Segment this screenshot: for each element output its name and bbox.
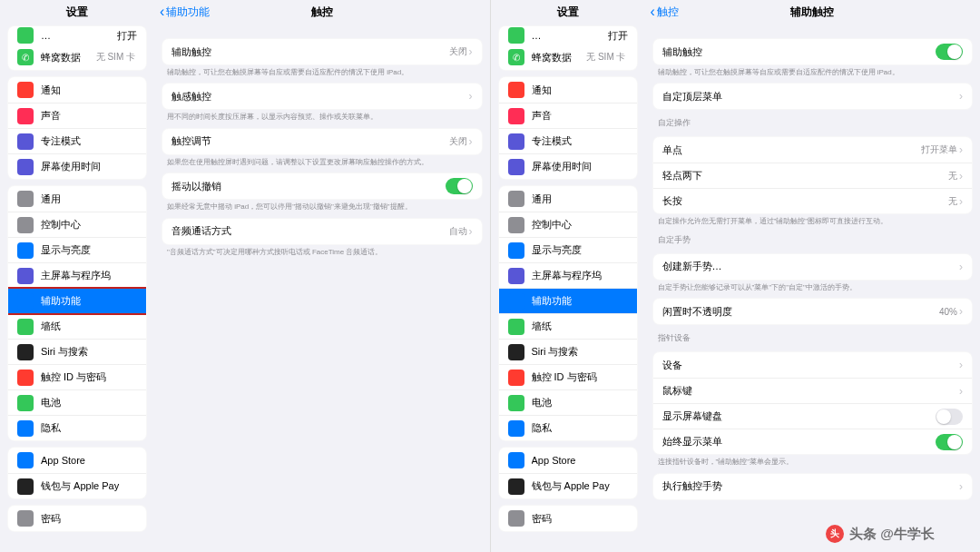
app-icon: [508, 420, 524, 437]
assistive-touch-toggle-row[interactable]: 辅助触控: [653, 39, 973, 64]
long-press-row[interactable]: 长按无›: [653, 188, 973, 213]
mouse-keys-row[interactable]: 鼠标键›: [653, 378, 973, 403]
back-button[interactable]: 触控: [651, 5, 679, 20]
watermark: 头 头条 @牛学长: [826, 525, 935, 543]
call-audio-row[interactable]: 音频通话方式 自动 ›: [162, 219, 482, 244]
sidebar-item-label: 辅助功能: [532, 294, 628, 308]
sidebar-item-隐私[interactable]: 隐私: [8, 415, 146, 440]
sidebar-item-控制中心[interactable]: 控制中心: [499, 212, 637, 237]
right-screenshot: 设置 … 打开 ✆ 蜂窝数据 无 SIM 卡 通知声音专注模式屏幕使用时间 通用…: [491, 0, 981, 552]
app-icon: [508, 82, 524, 98]
app-icon: [17, 344, 34, 360]
section-custom-gesture: 自定手势: [645, 227, 981, 248]
sidebar-item-App Store[interactable]: App Store: [8, 448, 146, 473]
double-tap-row[interactable]: 轻点两下无›: [653, 163, 973, 188]
sidebar-item-电池[interactable]: 电池: [499, 389, 637, 415]
cellular-icon: ✆: [508, 49, 524, 65]
row-partial-top: … 打开: [499, 26, 637, 44]
sidebar-item-label: 触控 ID 与密码: [41, 370, 137, 384]
sidebar-item-显示与亮度[interactable]: 显示与亮度: [8, 237, 146, 262]
sidebar-item-控制中心[interactable]: 控制中心: [8, 212, 146, 237]
sidebar-item-label: 显示与亮度: [532, 243, 628, 257]
device-row[interactable]: 设备›: [653, 352, 973, 378]
haptic-touch-row[interactable]: 触感触控 ›: [162, 84, 482, 109]
sidebar-item-通用[interactable]: 通用: [499, 186, 637, 212]
app-icon: [17, 191, 34, 207]
settings-sidebar-left: 设置 … 打开 ✆ 蜂窝数据 无 SIM 卡 通知声音专注模式屏幕使用时间 通用…: [0, 0, 154, 552]
sidebar-item-密码[interactable]: 密码: [8, 506, 146, 531]
sidebar-item-钱包与 Apple Pay[interactable]: 钱包与 Apple Pay: [499, 473, 637, 498]
new-gesture-row[interactable]: 创建新手势…›: [653, 254, 973, 280]
sidebar-item-隐私[interactable]: 隐私: [499, 415, 637, 440]
sidebar-item-墙纸[interactable]: 墙纸: [499, 313, 637, 339]
sidebar-item-显示与亮度[interactable]: 显示与亮度: [499, 237, 637, 262]
sidebar-item-屏幕使用时间[interactable]: 屏幕使用时间: [8, 153, 146, 179]
app-icon: [508, 478, 524, 495]
sidebar-item-Siri 与搜索[interactable]: Siri 与搜索: [499, 339, 637, 364]
sidebar-item-辅助功能[interactable]: 辅助功能: [8, 288, 146, 313]
always-show-menu-toggle[interactable]: [936, 434, 963, 450]
sidebar-item-电池[interactable]: 电池: [8, 389, 146, 415]
chevron-right-icon: ›: [959, 305, 963, 318]
detail-pane-left: 辅助功能 触控 辅助触控 关闭 › 辅助触控，可让您在触摸屏幕等自应或需要自适应…: [154, 0, 490, 552]
sidebar-item-App Store[interactable]: App Store: [499, 448, 637, 473]
app-icon: [17, 159, 34, 175]
app-icon: [17, 395, 34, 411]
app-icon: [17, 108, 34, 124]
sidebar-item-label: 主屏幕与程序坞: [41, 269, 137, 282]
sidebar-item-墙纸[interactable]: 墙纸: [8, 313, 146, 339]
left-screenshot: 设置 … 打开 ✆ 蜂窝数据 无 SIM 卡 通知声音专注模式屏幕使用时间 通用…: [0, 0, 491, 552]
settings-sidebar-right: 设置 … 打开 ✆ 蜂窝数据 无 SIM 卡 通知声音专注模式屏幕使用时间 通用…: [491, 0, 645, 552]
single-tap-row[interactable]: 单点打开菜单›: [653, 137, 973, 163]
app-icon: [508, 395, 524, 411]
always-show-menu-row[interactable]: 始终显示菜单: [653, 429, 973, 454]
sidebar-item-辅助功能[interactable]: 辅助功能: [499, 288, 637, 313]
sidebar-item-主屏幕与程序坞[interactable]: 主屏幕与程序坞: [499, 262, 637, 288]
app-icon: [508, 268, 524, 284]
app-icon: [17, 420, 34, 437]
app-icon: [508, 133, 524, 150]
sidebar-item-label: 密码: [41, 512, 137, 526]
sidebar-item-label: 通用: [532, 192, 628, 206]
sidebar-item-密码[interactable]: 密码: [499, 506, 637, 531]
app-icon: [17, 242, 34, 259]
chevron-right-icon: ›: [959, 261, 963, 273]
sidebar-item-屏幕使用时间[interactable]: 屏幕使用时间: [499, 153, 637, 179]
back-button[interactable]: 辅助功能: [160, 5, 210, 20]
page-title: 辅助触控: [790, 5, 834, 20]
shake-undo-row[interactable]: 摇动以撤销: [162, 173, 482, 199]
custom-top-menu-row[interactable]: 自定顶层菜单 ›: [653, 84, 973, 109]
chevron-right-icon: ›: [959, 195, 963, 208]
detail-pane-right: 触控 辅助触控 辅助触控 辅助触控，可让您在触摸屏幕等自应或需要自适应配件的情况…: [645, 0, 981, 552]
chevron-right-icon: ›: [469, 225, 473, 238]
show-keyboard-toggle[interactable]: [936, 409, 963, 425]
app-icon: [508, 319, 524, 335]
sidebar-item-声音[interactable]: 声音: [499, 103, 637, 128]
sidebar-item-label: 显示与亮度: [41, 243, 137, 257]
shake-undo-toggle[interactable]: [446, 178, 473, 194]
sidebar-item-label: 辅助功能: [41, 294, 137, 308]
sidebar-item-触控 ID 与密码[interactable]: 触控 ID 与密码: [499, 364, 637, 389]
assistive-touch-row[interactable]: 辅助触控 关闭 ›: [162, 39, 482, 64]
sidebar-item-钱包与 Apple Pay[interactable]: 钱包与 Apple Pay: [8, 473, 146, 498]
sidebar-item-Siri 与搜索[interactable]: Siri 与搜索: [8, 339, 146, 364]
show-keyboard-row[interactable]: 显示屏幕键盘: [653, 403, 973, 429]
sidebar-item-通用[interactable]: 通用: [8, 186, 146, 212]
assistive-touch-toggle[interactable]: [936, 44, 963, 60]
sidebar-item-主屏幕与程序坞[interactable]: 主屏幕与程序坞: [8, 262, 146, 288]
sidebar-item-触控 ID 与密码[interactable]: 触控 ID 与密码: [8, 364, 146, 389]
sidebar-item-声音[interactable]: 声音: [8, 103, 146, 128]
sidebar-item-专注模式[interactable]: 专注模式: [8, 128, 146, 153]
sidebar-item-label: 声音: [41, 109, 137, 123]
sidebar-item-通知[interactable]: 通知: [499, 77, 637, 103]
app-icon: [508, 370, 524, 386]
sidebar-item-专注模式[interactable]: 专注模式: [499, 128, 637, 153]
cellular-row[interactable]: ✆ 蜂窝数据 无 SIM 卡: [499, 44, 637, 70]
touch-adjust-row[interactable]: 触控调节 关闭 ›: [162, 129, 482, 154]
sidebar-item-通知[interactable]: 通知: [8, 77, 146, 103]
perform-gesture-row[interactable]: 执行触控手势›: [653, 474, 973, 499]
cellular-row[interactable]: ✆ 蜂窝数据 无 SIM 卡: [8, 44, 146, 70]
app-icon: [17, 319, 34, 335]
cellular-icon: [508, 27, 524, 44]
idle-opacity-row[interactable]: 闲置时不透明度40%›: [653, 299, 973, 324]
